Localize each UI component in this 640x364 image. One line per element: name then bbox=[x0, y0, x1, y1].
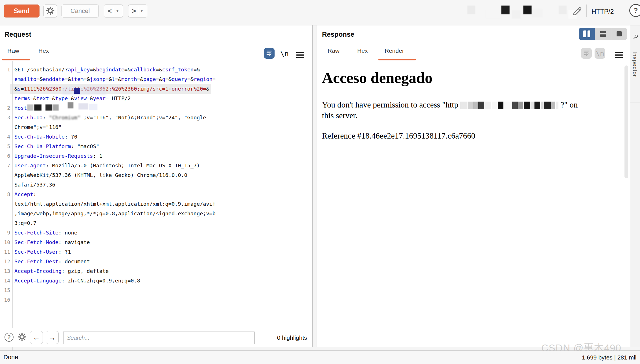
render-body-line: this server. bbox=[322, 111, 358, 120]
inspector-icon bbox=[632, 34, 639, 40]
redaction-block bbox=[504, 102, 512, 109]
line-content: Sec-Fetch-Dest: document bbox=[10, 257, 91, 266]
search-help-icon[interactable]: ? bbox=[5, 333, 14, 342]
request-line[interactable]: Safari/537.36 bbox=[0, 180, 312, 190]
line-number bbox=[0, 218, 10, 228]
line-content: Sec-Ch-Ua: "Chromium" ;v="116", "Not)A;B… bbox=[10, 113, 208, 122]
redaction-block bbox=[523, 6, 532, 14]
request-tab-hex[interactable]: Hex bbox=[38, 47, 49, 54]
request-line[interactable]: AppleWebKit/537.36 (KHTML, like Gecko) C… bbox=[0, 170, 312, 180]
status-done-label: Done bbox=[3, 354, 18, 361]
inspector-collapsed-panel[interactable]: Inspector bbox=[630, 25, 640, 347]
line-content: Upgrade-Insecure-Requests: 1 bbox=[10, 151, 104, 161]
request-line[interactable]: ,image/webp,image/apng,*/*;q=0.8,applica… bbox=[0, 209, 312, 218]
line-number: 13 bbox=[0, 266, 10, 276]
burp-repeater-window: Send Cancel bbox=[0, 0, 640, 364]
body-text: You don't have permission to access "htt… bbox=[322, 100, 458, 109]
line-content: terms=&text=&type=&view=&year= HTTP/2 bbox=[10, 94, 132, 103]
line-content: Accept: bbox=[10, 190, 38, 199]
request-line[interactable]: 3Sec-Ch-Ua: "Chromium" ;v="116", "Not)A;… bbox=[0, 113, 312, 122]
request-line[interactable]: 2Host bbox=[0, 103, 312, 113]
response-tab-hex[interactable]: Hex bbox=[357, 47, 368, 54]
request-line[interactable]: &s=1111%26%2360;/title%26%2362;%26%2360;… bbox=[0, 84, 312, 94]
editor-menu-icon[interactable] bbox=[615, 52, 623, 60]
line-content bbox=[10, 286, 16, 295]
button-divider bbox=[138, 7, 138, 15]
edit-target-button[interactable] bbox=[572, 6, 582, 16]
request-line[interactable]: 12Sec-Fetch-Dest: document bbox=[0, 257, 312, 266]
line-content: Sec-Fetch-Mode: navigate bbox=[10, 238, 91, 247]
redaction-block bbox=[468, 102, 473, 109]
search-settings-button[interactable] bbox=[17, 332, 27, 343]
newline-toggle-button[interactable]: \n bbox=[595, 48, 605, 59]
search-next-button[interactable]: → bbox=[46, 331, 59, 344]
request-line[interactable]: 14Accept-Language: zh-CN,zh;q=0.9,en;q=0… bbox=[0, 276, 312, 286]
cancel-button[interactable]: Cancel bbox=[62, 5, 99, 17]
send-button[interactable]: Send bbox=[4, 5, 40, 17]
request-line[interactable]: 6Upgrade-Insecure-Requests: 1 bbox=[0, 151, 312, 161]
line-content: Host bbox=[10, 103, 99, 113]
layout-rows-button[interactable] bbox=[595, 28, 611, 40]
line-number: 10 bbox=[0, 238, 10, 247]
layout-columns-button[interactable] bbox=[579, 28, 595, 40]
response-tab-render[interactable]: Render bbox=[385, 47, 404, 54]
line-number: 1 bbox=[0, 65, 10, 74]
request-line[interactable]: emailto=&enddate=&item=&jsonp=&l=&month=… bbox=[0, 74, 312, 84]
word-wrap-icon bbox=[266, 49, 273, 58]
line-number bbox=[0, 122, 10, 132]
request-line[interactable]: Chrome";v="116" bbox=[0, 122, 312, 132]
line-number bbox=[0, 170, 10, 180]
response-tab-raw[interactable]: Raw bbox=[328, 47, 339, 54]
toolbar-divider bbox=[586, 5, 587, 17]
search-previous-button[interactable]: ← bbox=[30, 331, 43, 344]
search-input[interactable] bbox=[63, 332, 255, 344]
single-pane-icon bbox=[617, 31, 622, 36]
request-line[interactable]: 10Sec-Fetch-Mode: navigate bbox=[0, 238, 312, 247]
forward-chevron-icon: > bbox=[132, 8, 136, 14]
request-line[interactable]: 4Sec-Ch-Ua-Mobile: ?0 bbox=[0, 132, 312, 142]
request-line[interactable]: 16 bbox=[0, 295, 312, 305]
request-line[interactable]: 8Accept: bbox=[0, 190, 312, 199]
next-request-button[interactable]: > ▼ bbox=[128, 5, 147, 17]
redaction-block bbox=[501, 6, 510, 14]
word-wrap-toggle-button[interactable] bbox=[264, 48, 275, 59]
request-line[interactable]: 5Sec-Ch-Ua-Platform: "macOS" bbox=[0, 142, 312, 151]
redaction-block bbox=[53, 104, 59, 111]
status-bar: Done 1,699 bytes | 281 mil bbox=[0, 350, 640, 364]
request-line[interactable]: 15 bbox=[0, 286, 312, 295]
request-line[interactable]: 11Sec-Fetch-User: ?1 bbox=[0, 247, 312, 257]
word-wrap-icon bbox=[583, 49, 590, 58]
gear-icon bbox=[46, 6, 54, 16]
redaction-block bbox=[543, 6, 559, 14]
help-icon[interactable]: ? bbox=[629, 4, 640, 17]
request-line[interactable]: 7User-Agent: Mozilla/5.0 (Macintosh; Int… bbox=[0, 161, 312, 170]
response-scrollbar[interactable] bbox=[624, 65, 628, 178]
newline-toggle-button[interactable]: \n bbox=[280, 50, 289, 58]
request-line[interactable]: 1GET /southasian/?api_key=&begindate=&ca… bbox=[0, 65, 312, 74]
redaction-block bbox=[498, 102, 503, 109]
layout-single-button[interactable] bbox=[611, 28, 627, 40]
line-number bbox=[0, 209, 10, 218]
redaction-block bbox=[475, 6, 486, 14]
request-tab-raw[interactable]: Raw bbox=[7, 47, 19, 54]
prev-request-button[interactable]: < ▼ bbox=[104, 5, 123, 17]
editor-menu-icon[interactable] bbox=[296, 52, 304, 60]
request-line[interactable]: text/html,application/xhtml+xml,applicat… bbox=[0, 199, 312, 209]
word-wrap-toggle-button[interactable] bbox=[581, 48, 592, 59]
redaction-block bbox=[510, 6, 512, 14]
line-number: 8 bbox=[0, 190, 10, 199]
redaction-block bbox=[60, 104, 67, 111]
request-line[interactable]: 13Accept-Encoding: gzip, deflate bbox=[0, 266, 312, 276]
request-line[interactable]: terms=&text=&type=&view=&year= HTTP/2 bbox=[0, 94, 312, 103]
request-settings-button[interactable] bbox=[43, 5, 57, 17]
render-reference: Reference #18.46ee2e17.1695138117.c6a766… bbox=[322, 131, 475, 141]
redaction-block bbox=[42, 104, 45, 111]
redaction-block bbox=[74, 104, 78, 111]
line-content: text/html,application/xhtml+xml,applicat… bbox=[10, 199, 217, 209]
line-number: 15 bbox=[0, 286, 10, 295]
active-tab-underline bbox=[378, 59, 416, 60]
request-line[interactable]: 3;q=0.7 bbox=[0, 218, 312, 228]
redacted-value bbox=[27, 104, 97, 111]
request-line[interactable]: 9Sec-Fetch-Site: none bbox=[0, 228, 312, 238]
request-editor[interactable]: 1GET /southasian/?api_key=&begindate=&ca… bbox=[0, 61, 312, 353]
